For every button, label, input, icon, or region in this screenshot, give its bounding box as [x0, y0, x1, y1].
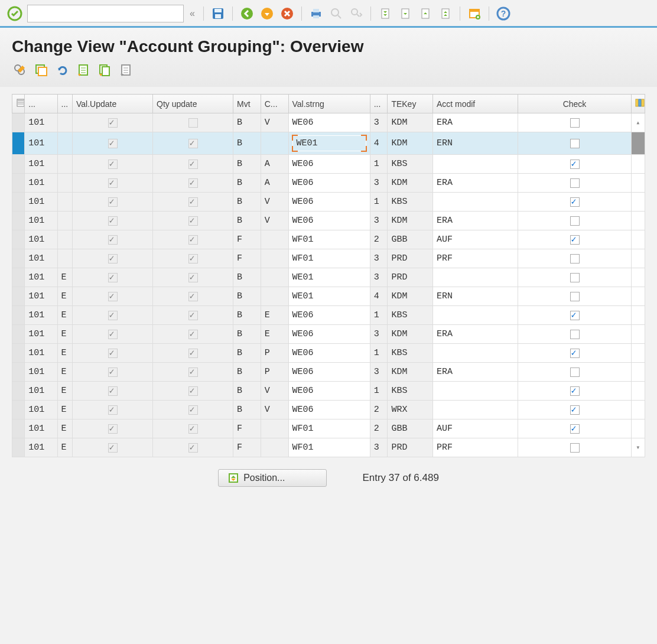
- checkbox-icon[interactable]: [570, 178, 580, 188]
- next-page-icon[interactable]: [417, 5, 434, 22]
- row-selector[interactable]: [12, 230, 25, 249]
- table-row[interactable]: 101BVWE063KDMERA: [12, 212, 645, 230]
- undo-icon[interactable]: [54, 62, 70, 77]
- cell-acct-modif[interactable]: ERA: [432, 174, 518, 193]
- configure-columns-icon[interactable]: [631, 95, 645, 113]
- scrollbar-track[interactable]: [631, 249, 645, 268]
- col-tekey[interactable]: TEKey: [388, 95, 433, 113]
- help-icon[interactable]: ?: [495, 5, 512, 22]
- scrollbar-track[interactable]: [631, 132, 645, 155]
- select-column-icon[interactable]: [12, 95, 25, 113]
- row-selector[interactable]: [12, 382, 25, 401]
- scrollbar-track[interactable]: [631, 174, 645, 193]
- cell-check[interactable]: [518, 325, 631, 344]
- cell-val-strng[interactable]: WF01: [288, 249, 370, 268]
- col-cnt[interactable]: ...: [370, 95, 388, 113]
- cell-check[interactable]: [518, 419, 631, 438]
- table-row[interactable]: 101EBPWE063KDMERA: [12, 363, 645, 382]
- enter-button[interactable]: [6, 5, 24, 22]
- row-selector[interactable]: [12, 363, 25, 382]
- checkbox-icon[interactable]: [570, 443, 580, 453]
- cell-val-strng[interactable]: WE06: [288, 113, 370, 132]
- cell-val-strng[interactable]: WE06: [288, 212, 370, 230]
- cell-acct-modif[interactable]: PRF: [432, 438, 518, 457]
- cell-check[interactable]: [518, 249, 631, 268]
- save-icon[interactable]: [210, 5, 226, 22]
- row-selector[interactable]: [12, 306, 25, 325]
- position-button[interactable]: Position...: [218, 469, 327, 487]
- row-selector[interactable]: [12, 193, 25, 212]
- table-row[interactable]: 101FWF013PRDPRF: [12, 249, 645, 268]
- cell-val-strng[interactable]: WE01: [288, 132, 370, 155]
- cell-check[interactable]: [518, 113, 631, 132]
- cell-acct-modif[interactable]: AUF: [432, 419, 518, 438]
- checkbox-icon[interactable]: [570, 197, 580, 207]
- change-icon[interactable]: [12, 62, 27, 77]
- cell-check[interactable]: [518, 287, 631, 306]
- cell-val-strng[interactable]: WF01: [288, 419, 370, 438]
- cell-check[interactable]: [518, 438, 631, 457]
- cell-acct-modif[interactable]: ERA: [432, 212, 518, 230]
- new-entries-icon[interactable]: [76, 62, 91, 77]
- command-input[interactable]: [27, 5, 184, 22]
- history-back-icon[interactable]: «: [187, 8, 197, 19]
- scrollbar-track[interactable]: [631, 306, 645, 325]
- col-mvt[interactable]: Mvt: [233, 95, 261, 113]
- delete-icon[interactable]: [118, 62, 134, 77]
- row-selector[interactable]: [12, 344, 25, 363]
- row-selector[interactable]: [12, 132, 25, 155]
- cell-acct-modif[interactable]: ERN: [432, 132, 518, 155]
- cell-check[interactable]: [518, 155, 631, 174]
- scrollbar-track[interactable]: [631, 193, 645, 212]
- prev-page-icon[interactable]: [397, 5, 414, 22]
- table-row[interactable]: 101BVWE063KDMERA▴: [12, 113, 645, 132]
- cell-check[interactable]: [518, 382, 631, 401]
- cell-check[interactable]: [518, 193, 631, 212]
- cell-acct-modif[interactable]: [432, 268, 518, 287]
- table-row[interactable]: 101EFWF012GBBAUF: [12, 419, 645, 438]
- col-sp[interactable]: ...: [57, 95, 73, 113]
- row-selector[interactable]: [12, 174, 25, 193]
- cell-val-strng[interactable]: WE06: [288, 401, 370, 419]
- cell-check[interactable]: [518, 363, 631, 382]
- col-val-strng[interactable]: Val.strng: [288, 95, 370, 113]
- cell-check[interactable]: [518, 401, 631, 419]
- cell-val-strng[interactable]: WE01: [288, 287, 370, 306]
- cell-val-strng[interactable]: WE06: [288, 155, 370, 174]
- scrollbar-track[interactable]: [631, 325, 645, 344]
- cell-val-strng[interactable]: WE06: [288, 344, 370, 363]
- row-selector[interactable]: [12, 438, 25, 457]
- row-selector[interactable]: [12, 113, 25, 132]
- row-selector[interactable]: [12, 419, 25, 438]
- cell-val-strng[interactable]: WE06: [288, 306, 370, 325]
- checkbox-icon[interactable]: [570, 330, 580, 339]
- cell-val-strng[interactable]: WE06: [288, 193, 370, 212]
- scrollbar-track[interactable]: [631, 363, 645, 382]
- checkbox-icon[interactable]: [570, 405, 580, 415]
- cell-check[interactable]: [518, 230, 631, 249]
- table-row[interactable]: 101EBPWE061KBS: [12, 344, 645, 363]
- row-selector[interactable]: [12, 268, 25, 287]
- checkbox-icon[interactable]: [570, 292, 580, 301]
- col-check[interactable]: Check: [518, 95, 631, 113]
- scrollbar-track[interactable]: [631, 382, 645, 401]
- checkbox-icon[interactable]: [570, 216, 580, 226]
- scrollbar-track[interactable]: [631, 155, 645, 174]
- cancel-icon[interactable]: [279, 5, 295, 22]
- cell-check[interactable]: [518, 174, 631, 193]
- cell-acct-modif[interactable]: AUF: [432, 230, 518, 249]
- col-cns[interactable]: C...: [261, 95, 288, 113]
- scrollbar-track[interactable]: [631, 287, 645, 306]
- cell-acct-modif[interactable]: [432, 344, 518, 363]
- cell-val-strng[interactable]: WE01: [288, 268, 370, 287]
- checkbox-icon[interactable]: [570, 160, 580, 169]
- cell-val-strng[interactable]: WE06: [288, 363, 370, 382]
- cell-val-strng[interactable]: WE06: [288, 174, 370, 193]
- cell-acct-modif[interactable]: ERA: [432, 363, 518, 382]
- table-row[interactable]: 101EBEWE061KBS: [12, 306, 645, 325]
- cell-check[interactable]: [518, 306, 631, 325]
- cell-acct-modif[interactable]: [432, 193, 518, 212]
- new-session-icon[interactable]: [466, 5, 483, 22]
- checkbox-icon[interactable]: [570, 273, 580, 282]
- last-page-icon[interactable]: [437, 5, 454, 22]
